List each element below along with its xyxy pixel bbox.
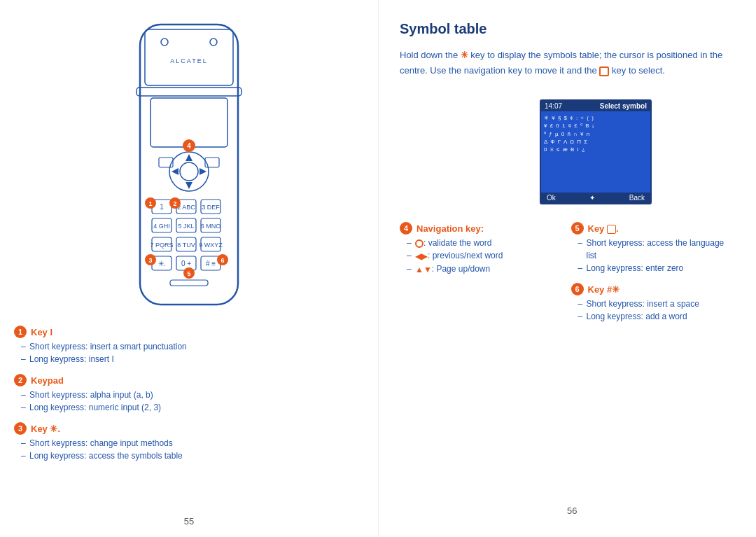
- svg-text:0 +: 0 +: [181, 260, 191, 267]
- symbol-screenshot: 14:07 Select symbol ✳ ¥ § $ ¢ : + ( ) ¥ …: [540, 99, 652, 204]
- svg-rect-14: [205, 158, 219, 167]
- svg-text:✳.: ✳.: [158, 260, 166, 267]
- badge-2: 2: [14, 374, 27, 386]
- section-title: Symbol table: [400, 21, 728, 37]
- ss-footer: Ok ✦ Back: [541, 193, 650, 203]
- svg-marker-11: [172, 168, 178, 175]
- key-5-details: Short keypress: access the language list…: [581, 237, 729, 274]
- phone-illustration: ALCATEL 4 1 2 ABC 3: [108, 21, 270, 315]
- key-1-details: Short keypress: insert a smart punctuati…: [24, 340, 364, 365]
- svg-point-6: [210, 39, 217, 46]
- ss-ok: Ok: [547, 194, 556, 202]
- key-1-title: 1 Key I: [14, 326, 364, 338]
- key-3-item: 3 Key ✳. Short keypress: change input me…: [14, 422, 364, 462]
- section-description: Hold down the ✳ key to display the symbo…: [400, 48, 728, 78]
- ss-nav: ✦: [589, 194, 595, 202]
- key-6-details: Short keypress: insert a space Long keyp…: [581, 298, 729, 323]
- badge-3: 3: [14, 422, 27, 435]
- right-page-number: 56: [567, 505, 577, 516]
- key-3-title: 3 Key ✳.: [14, 422, 364, 435]
- ss-back: Back: [629, 194, 645, 202]
- key-5-title: 5 Key .: [571, 222, 729, 235]
- right-keys-col-2: 5 Key . Short keypress: access the langu…: [571, 222, 729, 331]
- nav-ud-icon: ▲▼: [415, 263, 432, 276]
- key-3-detail-2: Long keypress: access the symbols table: [24, 449, 364, 462]
- svg-marker-9: [186, 154, 192, 161]
- svg-rect-13: [159, 158, 173, 167]
- key-2-details: Short keypress: alpha input (a, b) Long …: [24, 389, 364, 414]
- left-keys-section: 1 Key I Short keypress: insert a smart p…: [14, 326, 364, 470]
- key-4-item: 4 Navigation key: : validate the word ◀▶…: [400, 222, 557, 276]
- svg-text:2: 2: [173, 200, 176, 207]
- key-6-item: 6 Key #✳ Short keypress: insert a space …: [571, 283, 729, 323]
- svg-text:4: 4: [187, 142, 191, 150]
- ss-grid: ✳ ¥ § $ ¢ : + ( ) ¥ £ 0 1 ¢ £ ⁰ B ¡ ⁸ ƒ …: [541, 111, 650, 156]
- left-keys-col: 1 Key I Short keypress: insert a smart p…: [14, 326, 364, 470]
- star-icon-inline: ✳: [461, 48, 468, 63]
- key-6-detail-2: Long keypress: add a word: [581, 310, 729, 323]
- key-5-detail-1: Short keypress: access the language list: [581, 237, 729, 262]
- right-page: Symbol table Hold down the ✳ key to disp…: [378, 0, 756, 537]
- select-key-icon: [599, 67, 609, 76]
- svg-text:5: 5: [187, 270, 190, 277]
- key-5-detail-2: Long keypress: enter zero: [581, 262, 729, 274]
- svg-rect-51: [170, 280, 208, 286]
- badge-5: 5: [571, 222, 584, 235]
- svg-text:5 JKL: 5 JKL: [178, 223, 194, 230]
- svg-marker-10: [186, 182, 192, 189]
- key-2-detail-2: Long keypress: numeric input (2, 3): [24, 401, 364, 414]
- svg-text:4 GHI: 4 GHI: [153, 223, 170, 230]
- key-1-item: 1 Key I Short keypress: insert a smart p…: [14, 326, 364, 365]
- svg-text:6 MNO: 6 MNO: [201, 223, 221, 230]
- svg-text:9 WXYZ: 9 WXYZ: [199, 242, 223, 249]
- badge-4: 4: [400, 222, 412, 235]
- left-page: ALCATEL 4 1 2 ABC 3: [0, 0, 378, 537]
- svg-text:3: 3: [148, 257, 152, 264]
- key-5-box-icon: [607, 225, 616, 234]
- ss-time: 14:07: [545, 102, 562, 110]
- nav-circle-icon: [415, 239, 424, 248]
- key-1-detail-1: Short keypress: insert a smart punctuati…: [24, 340, 364, 353]
- svg-point-8: [180, 162, 198, 181]
- svg-text:# ≡: # ≡: [206, 260, 216, 267]
- key-5-item: 5 Key . Short keypress: access the langu…: [571, 222, 729, 274]
- key-4-details: : validate the word ◀▶: previous/next wo…: [410, 237, 557, 276]
- svg-text:1: 1: [160, 203, 164, 211]
- svg-rect-2: [136, 88, 241, 96]
- key-2-title: 2 Keypad: [14, 374, 364, 386]
- svg-text:ALCATEL: ALCATEL: [170, 57, 207, 64]
- key-4-detail-3: ▲▼: Page up/down: [410, 263, 557, 276]
- svg-marker-12: [200, 168, 206, 175]
- key-1-detail-2: Long keypress: insert I: [24, 353, 364, 365]
- key-2-detail-1: Short keypress: alpha input (a, b): [24, 389, 364, 401]
- key-4-detail-1: : validate the word: [410, 237, 557, 249]
- left-page-number: 55: [184, 516, 194, 526]
- badge-1: 1: [14, 326, 27, 338]
- key-6-title: 6 Key #✳: [571, 283, 729, 295]
- key-4-title: 4 Navigation key:: [400, 222, 557, 235]
- svg-text:7 PQRS: 7 PQRS: [150, 242, 173, 249]
- svg-text:1: 1: [148, 200, 152, 207]
- svg-text:6: 6: [220, 257, 224, 264]
- ss-title: Select symbol: [600, 102, 647, 110]
- svg-text:8 TUV: 8 TUV: [177, 242, 195, 249]
- svg-point-5: [161, 39, 168, 46]
- key-4-detail-2: ◀▶: previous/next word: [410, 249, 557, 263]
- badge-6: 6: [571, 283, 584, 295]
- key-3-detail-1: Short keypress: change input methods: [24, 437, 364, 449]
- key-6-detail-1: Short keypress: insert a space: [581, 298, 729, 310]
- svg-text:3 DEF: 3 DEF: [202, 204, 220, 211]
- key-3-details: Short keypress: change input methods Lon…: [24, 437, 364, 462]
- right-keys-section: 4 Navigation key: : validate the word ◀▶…: [400, 222, 728, 331]
- right-keys-col: 4 Navigation key: : validate the word ◀▶…: [400, 222, 557, 331]
- nav-lr-icon: ◀▶: [415, 250, 428, 263]
- key-2-item: 2 Keypad Short keypress: alpha input (a,…: [14, 374, 364, 414]
- ss-header: 14:07 Select symbol: [541, 101, 650, 111]
